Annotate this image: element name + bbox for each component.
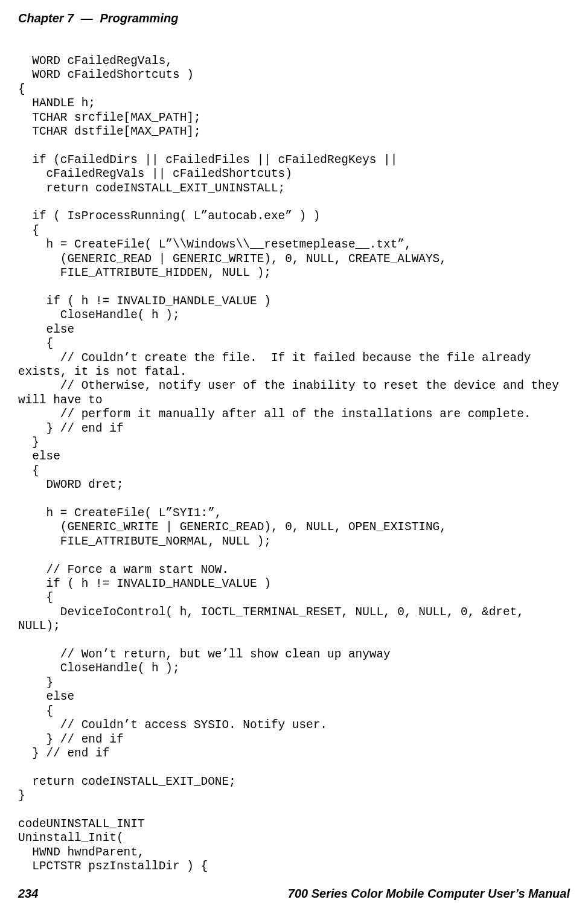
code-block: WORD cFailedRegVals, WORD cFailedShortcu… [18,54,582,874]
dash: — [77,11,97,25]
page: Chapter 7 — Programming WORD cFailedRegV… [0,0,588,917]
page-number: 234 [18,886,38,901]
chapter-title: Programming [100,11,178,25]
running-head: Chapter 7 — Programming [18,11,570,26]
chapter-label: Chapter 7 [18,11,74,25]
footer: 234 700 Series Color Mobile Computer Use… [18,886,570,901]
manual-title: 700 Series Color Mobile Computer User’s … [288,886,570,901]
